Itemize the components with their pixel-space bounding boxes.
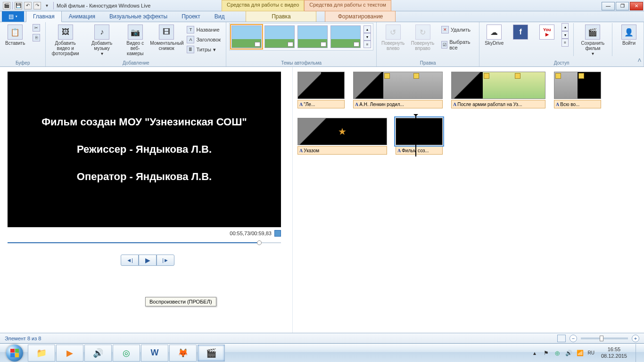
tab-home[interactable]: Главная xyxy=(26,11,62,22)
clip-1[interactable]: A"Ле... xyxy=(297,72,345,108)
facebook-icon: f xyxy=(513,25,528,40)
theme-thumb-3[interactable] xyxy=(297,25,328,48)
themes-expand[interactable]: ≡ xyxy=(363,41,371,48)
themes-scroll-up[interactable]: ▴ xyxy=(363,25,371,33)
qat-customize-icon[interactable]: ▾ xyxy=(43,2,50,9)
zoom-in-button[interactable]: + xyxy=(632,335,639,342)
rotate-left-button[interactable]: ↺ Повернуть влево xyxy=(380,23,406,52)
copy-button[interactable]: ⎘ xyxy=(30,33,42,42)
themes-gallery: ▴ ▾ ≡ xyxy=(229,23,373,50)
clip-thumbs[interactable] xyxy=(554,72,601,99)
add-title-button[interactable]: TНазвание xyxy=(184,25,223,34)
facebook-button[interactable]: f xyxy=(509,23,532,42)
paste-button[interactable]: 📋 Вставить xyxy=(3,23,27,47)
clip-4[interactable]: AВсю во... xyxy=(554,72,601,108)
redo-icon[interactable]: ↷ xyxy=(33,2,41,9)
theme-thumb-2[interactable] xyxy=(264,25,295,48)
tray-av-icon[interactable]: ◎ xyxy=(553,349,561,357)
select-all-button[interactable]: ☑Выбрать все xyxy=(439,38,476,51)
snapshot-button[interactable]: 🎞 Моментальный снимок xyxy=(151,23,182,52)
clip-thumbs[interactable] xyxy=(297,72,345,99)
zoom-thumb[interactable] xyxy=(600,336,603,341)
tray-clock[interactable]: 16:55 08.12.2015 xyxy=(598,346,630,359)
minimize-button[interactable]: — xyxy=(602,2,615,10)
share-expand[interactable]: ≡ xyxy=(561,39,569,47)
theme-thumb-1[interactable] xyxy=(231,25,262,48)
clip-5[interactable]: ★AУказом xyxy=(297,118,387,155)
play-button[interactable]: ▶ xyxy=(139,255,157,266)
select-all-icon: ☑ xyxy=(441,41,447,49)
theme-thumb-4[interactable] xyxy=(330,25,361,48)
clip-thumbs[interactable]: ★ xyxy=(297,118,387,145)
tab-view[interactable]: Вид xyxy=(207,11,232,22)
fullscreen-button[interactable] xyxy=(274,230,281,237)
themes-scroll-down[interactable]: ▾ xyxy=(363,33,371,41)
clip-2[interactable]: AА.Н. Ленкин родил... xyxy=(353,72,443,108)
add-video-photo-button[interactable]: 🖼 Добавить видео и фотографии xyxy=(49,23,82,58)
view-toggle-button[interactable] xyxy=(557,335,566,342)
webcam-button[interactable]: 📷 Видео с веб-камеры xyxy=(122,23,149,58)
add-caption-button[interactable]: AЗаголовок xyxy=(184,35,223,44)
clip-thumbs[interactable] xyxy=(353,72,443,99)
clip-text-bar[interactable]: A"Ле... xyxy=(297,100,345,108)
save-movie-button[interactable]: 🎬 Сохранить фильм▾ xyxy=(578,23,607,58)
collapse-ribbon-button[interactable]: ᐱ xyxy=(638,58,641,63)
maximize-button[interactable]: ❐ xyxy=(616,2,629,10)
tray-network-icon[interactable]: 📶 xyxy=(576,349,584,357)
undo-icon[interactable]: ↶ xyxy=(24,2,32,9)
delete-button[interactable]: ✕Удалить xyxy=(439,25,476,34)
app-icon[interactable]: 🎬 xyxy=(3,2,10,9)
task-app1[interactable]: ◎ xyxy=(113,345,140,362)
zoom-out-button[interactable]: − xyxy=(570,335,577,342)
close-button[interactable]: ✕ xyxy=(630,2,643,10)
task-sound[interactable]: 🔊 xyxy=(84,345,112,362)
zoom-slider[interactable] xyxy=(581,337,628,339)
tray-date: 08.12.2015 xyxy=(601,353,627,359)
rotate-right-button[interactable]: ↻ Повернуть вправо xyxy=(409,23,436,52)
seek-slider[interactable] xyxy=(8,239,281,246)
task-word[interactable]: W xyxy=(141,345,168,362)
tray-volume-icon[interactable]: 🔊 xyxy=(565,349,572,357)
tray-expand-icon[interactable]: ▴ xyxy=(531,349,538,357)
credits-icon: ≣ xyxy=(187,46,194,53)
tab-effects[interactable]: Визуальные эффекты xyxy=(102,11,174,22)
clip-text-bar[interactable]: AПосле армии работал на Уз... xyxy=(451,100,545,108)
show-desktop-button[interactable] xyxy=(636,344,640,362)
tab-video-edit[interactable]: Правка xyxy=(246,11,316,22)
task-explorer[interactable]: 📁 xyxy=(28,345,55,362)
clip-text-bar[interactable]: AВсю во... xyxy=(554,100,601,108)
tab-animation[interactable]: Анимация xyxy=(62,11,102,22)
tray-flag-icon[interactable]: ⚑ xyxy=(542,349,550,357)
task-firefox[interactable]: 🦊 xyxy=(169,345,197,362)
add-music-button[interactable]: ♪ Добавить музыку▾ xyxy=(85,23,119,58)
seek-thumb[interactable] xyxy=(257,240,262,245)
clip-text-bar[interactable]: AУказом xyxy=(297,146,387,155)
clip-text-label: "Ле... xyxy=(304,102,315,107)
storyboard[interactable]: A"Ле...AА.Н. Ленкин родил...AПосле армии… xyxy=(292,67,644,333)
share-scroll-down[interactable]: ▾ xyxy=(561,31,569,39)
cut-button[interactable]: ✂ xyxy=(30,23,42,33)
clip-thumbs[interactable] xyxy=(451,72,545,99)
group-share: ☁ SkyDrive f You▶ ▴ ▾ ≡ 🎬 Сохранить филь… xyxy=(479,22,644,66)
save-icon[interactable]: 💾 xyxy=(15,2,22,9)
prev-frame-button[interactable]: ◄| xyxy=(121,255,139,266)
task-moviemaker[interactable]: 🎬 xyxy=(198,345,225,362)
tab-project[interactable]: Проект xyxy=(174,11,207,22)
next-frame-button[interactable]: |► xyxy=(157,255,174,266)
clip-text-bar[interactable]: AА.Н. Ленкин родил... xyxy=(353,100,443,108)
tray-lang[interactable]: RU xyxy=(587,349,594,357)
start-button[interactable] xyxy=(2,344,27,362)
signin-button[interactable]: 👤 Войти xyxy=(617,23,641,47)
text-a-icon: A xyxy=(556,102,559,107)
task-mediaplayer[interactable]: ▶ xyxy=(56,345,83,362)
clip-thumbs[interactable] xyxy=(396,118,443,145)
tab-text-format[interactable]: Форматирование xyxy=(325,11,396,22)
youtube-button[interactable]: You▶ xyxy=(535,23,559,42)
add-credits-button[interactable]: ≣Титры ▾ xyxy=(184,45,223,54)
clip-3[interactable]: AПосле армии работал на Уз... xyxy=(451,72,545,108)
file-tab[interactable]: ▤ xyxy=(2,11,24,22)
share-scroll-up[interactable]: ▴ xyxy=(561,23,569,31)
clip-text-bar[interactable]: AФильм соз... xyxy=(396,146,443,155)
clip-6[interactable]: AФильм соз... xyxy=(396,118,443,155)
skydrive-button[interactable]: ☁ SkyDrive xyxy=(482,23,506,47)
